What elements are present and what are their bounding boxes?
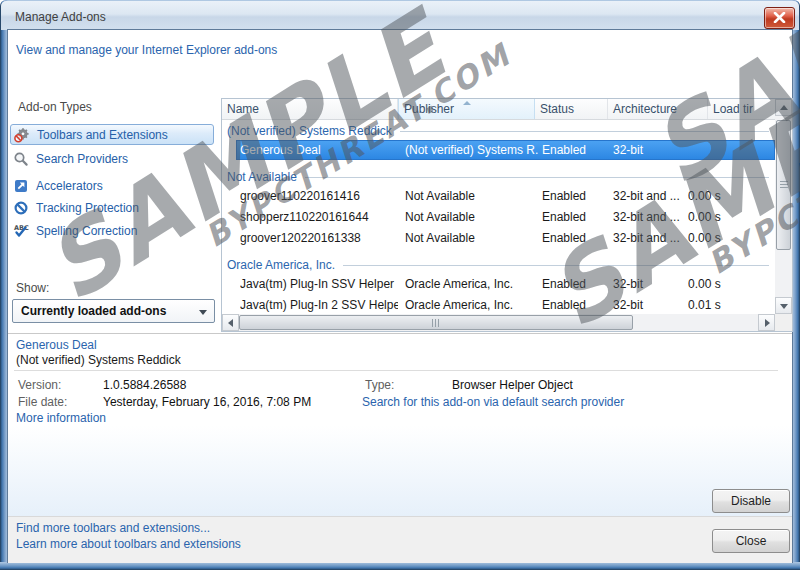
cell-name: Java(tm) Plug-In SSV Helper [240, 274, 398, 294]
column-header-name[interactable]: Name [222, 99, 398, 119]
cell-architecture: 32-bit and ... [613, 228, 685, 248]
cell-publisher: Not Available [405, 186, 539, 206]
blocked-circle-icon [13, 200, 29, 216]
cell-architecture: 32-bit [613, 295, 685, 314]
triangle-left-icon [228, 319, 233, 327]
selected-addon-name: Generous Deal [16, 338, 97, 352]
cell-load_time: 0.00 s [688, 186, 748, 206]
type-label: Type: [365, 378, 394, 392]
disable-button[interactable]: Disable [712, 489, 790, 513]
cell-publisher: Not Available [405, 228, 539, 248]
group-header: Not Available [227, 167, 773, 186]
addon-table-body: (Not verified) Systems ReddickGenerous D… [222, 119, 775, 314]
table-row[interactable]: groover110220161416Not AvailableEnabled3… [236, 186, 775, 206]
sidebar-item-search-providers[interactable]: Search Providers [10, 148, 214, 169]
cell-status: Enabled [542, 228, 610, 248]
cell-load_time [688, 140, 748, 160]
more-information-link[interactable]: More information [16, 411, 106, 425]
cell-architecture: 32-bit [613, 274, 685, 294]
cell-status: Enabled [542, 207, 610, 227]
triangle-up-icon [780, 105, 788, 110]
show-dropdown[interactable]: Currently loaded add-ons [12, 299, 215, 323]
vertical-scrollbar[interactable] [775, 99, 792, 314]
cell-name: Generous Deal [240, 140, 398, 160]
triangle-down-icon [780, 304, 788, 309]
file-date-label: File date: [18, 395, 67, 409]
table-row[interactable]: Java(tm) Plug-In SSV HelperOracle Americ… [236, 274, 775, 294]
close-button[interactable]: Close [712, 529, 790, 553]
table-row[interactable]: groover120220161338Not AvailableEnabled3… [236, 228, 775, 248]
close-window-button[interactable] [764, 7, 795, 29]
cell-name: groover110220161416 [240, 186, 398, 206]
show-label: Show: [16, 281, 49, 295]
cell-name: shopperz110220161644 [240, 207, 398, 227]
sidebar-item-accelerators[interactable]: Accelerators [10, 175, 214, 196]
cell-load_time: 0.00 s [688, 228, 748, 248]
cell-architecture: 32-bit and ... [613, 207, 685, 227]
titlebar: Manage Add-ons [1, 1, 799, 30]
scroll-right-button[interactable] [758, 314, 775, 331]
dialog-description: View and manage your Internet Explorer a… [16, 43, 277, 57]
sort-ascending-icon [463, 101, 471, 105]
learn-more-toolbars-link[interactable]: Learn more about toolbars and extensions [16, 537, 241, 551]
horizontal-scrollbar[interactable] [222, 314, 775, 331]
find-more-toolbars-link[interactable]: Find more toolbars and extensions... [16, 521, 210, 535]
type-value: Browser Helper Object [452, 378, 573, 392]
cell-status: Enabled [542, 140, 610, 160]
version-value: 1.0.5884.26588 [103, 378, 186, 392]
chevron-down-icon [199, 310, 207, 315]
sidebar-item-label: Search Providers [36, 152, 128, 166]
column-header-publisher[interactable]: Publisher [398, 99, 535, 119]
window-title: Manage Add-ons [15, 10, 106, 24]
file-date-value: Yesterday, February 16, 2016, 7:08 PM [103, 395, 311, 409]
cell-publisher: Not Available [405, 207, 539, 227]
search-addon-link[interactable]: Search for this add-on via default searc… [362, 395, 624, 409]
manage-addons-window: Manage Add-ons View and manage your Inte… [0, 0, 800, 570]
group-header: Oracle America, Inc. [227, 255, 773, 274]
sidebar-item-label: Toolbars and Extensions [37, 128, 168, 142]
sidebar-item-tracking-protection[interactable]: Tracking Protection [10, 197, 214, 218]
show-dropdown-value: Currently loaded add-ons [21, 304, 166, 318]
list-header: Name Publisher Status Architecture Load … [222, 99, 775, 120]
accelerator-arrow-icon [13, 178, 29, 194]
column-header-status[interactable]: Status [535, 99, 608, 119]
column-header-load-time[interactable]: Load tir [708, 99, 775, 119]
addon-types-header: Add-on Types [18, 100, 92, 114]
window-frame-bottom [0, 562, 800, 570]
cell-architecture: 32-bit [613, 140, 685, 160]
cell-name: Java(tm) Plug-In 2 SSV Helper [240, 295, 398, 314]
dialog-footer: Find more toolbars and extensions... Lea… [8, 516, 792, 563]
scroll-down-button[interactable] [775, 297, 792, 314]
cell-load_time: 0.00 s [688, 274, 748, 294]
addon-list: Name Publisher Status Architecture Load … [222, 99, 792, 331]
cell-name: groover120220161338 [240, 228, 398, 248]
version-label: Version: [18, 378, 61, 392]
table-row[interactable]: shopperz110220161644Not AvailableEnabled… [236, 207, 775, 227]
cell-load_time: 0.01 s [688, 295, 748, 314]
scroll-left-button[interactable] [222, 314, 239, 331]
cell-status: Enabled [542, 274, 610, 294]
sidebar-item-toolbars-extensions[interactable]: Toolbars and Extensions [10, 124, 214, 145]
horizontal-scroll-thumb[interactable] [239, 315, 633, 330]
column-header-architecture[interactable]: Architecture [608, 99, 708, 119]
sidebar-item-label: Spelling Correction [36, 224, 137, 238]
abc-check-icon: ABC [13, 223, 29, 239]
cell-architecture: 32-bit and ... [613, 186, 685, 206]
sidebar-item-label: Tracking Protection [36, 201, 139, 215]
cell-status: Enabled [542, 186, 610, 206]
cell-publisher: (Not verified) Systems R... [405, 140, 539, 160]
search-icon [13, 151, 29, 167]
sidebar-item-label: Accelerators [36, 179, 103, 193]
group-header: (Not verified) Systems Reddick [227, 121, 773, 140]
selected-addon-publisher: (Not verified) Systems Reddick [16, 353, 181, 367]
cell-status: Enabled [542, 295, 610, 314]
table-row[interactable]: Java(tm) Plug-In 2 SSV HelperOracle Amer… [236, 295, 775, 314]
vertical-scroll-thumb[interactable] [776, 120, 791, 250]
addon-details-pane: Generous Deal (Not verified) Systems Red… [8, 333, 792, 517]
cell-load_time: 0.00 s [688, 207, 748, 227]
scrollbar-corner [775, 314, 792, 331]
table-row[interactable]: Generous Deal(Not verified) Systems R...… [236, 140, 775, 160]
scroll-up-button[interactable] [775, 99, 792, 116]
triangle-right-icon [765, 319, 770, 327]
sidebar-item-spelling-correction[interactable]: ABC Spelling Correction [10, 220, 214, 241]
